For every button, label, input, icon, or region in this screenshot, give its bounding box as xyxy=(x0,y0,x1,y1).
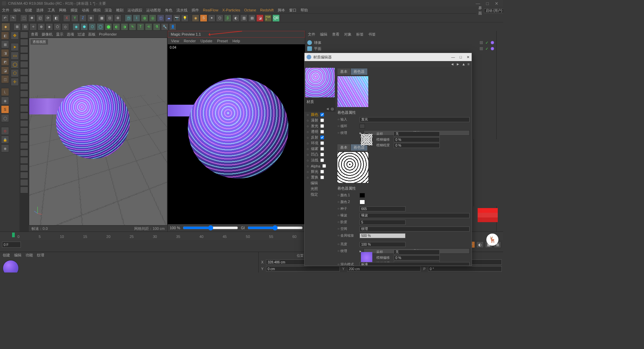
render-region[interactable]: ⊡ xyxy=(106,14,113,22)
menu-edit[interactable]: 编辑 xyxy=(13,8,21,13)
vp-prorender[interactable]: ProRender xyxy=(99,32,117,36)
menu-snap[interactable]: 捕捉 xyxy=(70,8,78,13)
move-icon[interactable]: ✛ xyxy=(11,78,19,86)
vp-display[interactable]: 显示 xyxy=(56,32,63,37)
rect-select-icon[interactable]: ▭ xyxy=(11,52,19,60)
channel-transparency[interactable]: ○透明 xyxy=(305,129,335,135)
psr-button[interactable]: PSR0 xyxy=(264,14,272,22)
channel-displacement[interactable]: ○置换 xyxy=(305,174,335,180)
point-mode[interactable]: ◩ xyxy=(1,58,9,66)
vis-tag[interactable] xyxy=(479,41,483,45)
channel-illum[interactable]: 光照 xyxy=(305,186,335,192)
pal-20[interactable] xyxy=(20,172,28,179)
cursor-tool-icon[interactable]: ➤ xyxy=(11,43,19,51)
model-mode[interactable]: ◧ xyxy=(1,32,9,40)
objtab-object[interactable]: 对象 xyxy=(344,32,352,37)
cube-primitive[interactable]: ◳ xyxy=(125,14,132,22)
qr-button[interactable]: QR xyxy=(272,14,280,22)
menu-plugins[interactable]: 插件 xyxy=(192,8,199,13)
gen2-12[interactable]: 🔧 xyxy=(161,23,168,31)
shader-preview-2[interactable] xyxy=(337,152,368,183)
plugin-2[interactable]: S xyxy=(200,14,207,22)
menu-character[interactable]: 角色 xyxy=(165,8,172,13)
color1-chip[interactable] xyxy=(360,193,365,198)
vp-view[interactable]: 查看 xyxy=(31,32,38,37)
nav-back-icon[interactable]: ◄ xyxy=(450,62,454,66)
layout-field[interactable] xyxy=(484,8,503,13)
channel-luminance[interactable]: ○发光 xyxy=(305,123,335,129)
space-field[interactable] xyxy=(360,227,470,232)
preview-zoom-slider[interactable] xyxy=(183,225,238,231)
pal-9[interactable] xyxy=(20,91,28,97)
menu-octane[interactable]: Octane xyxy=(244,8,256,12)
close-button[interactable]: ✕ xyxy=(495,1,498,6)
sample-2[interactable] xyxy=(394,250,440,255)
undo-button[interactable]: ↶ xyxy=(1,14,9,22)
pal-3[interactable] xyxy=(20,46,28,53)
spline-primitive[interactable]: ⌇ xyxy=(133,14,140,22)
check-icon[interactable]: ✓ xyxy=(485,41,488,45)
noise-type[interactable] xyxy=(360,213,470,218)
pv-preset[interactable]: Preset xyxy=(217,39,228,43)
plugin-5[interactable]: β xyxy=(224,14,231,22)
arrow-icon[interactable]: ◄ xyxy=(326,107,329,111)
tool2-5[interactable]: ◈ xyxy=(46,23,53,31)
pv-update[interactable]: Update xyxy=(201,39,212,43)
global-scale[interactable] xyxy=(360,233,406,238)
menu-animate[interactable]: 动画 xyxy=(82,8,89,13)
gen2-7[interactable]: ◑ xyxy=(121,23,128,31)
bluroff-2[interactable] xyxy=(394,255,440,260)
gen2-3[interactable]: ⬡ xyxy=(89,23,96,31)
channel-color[interactable]: ○颜色 xyxy=(305,112,335,117)
psr-key4[interactable]: ◐ xyxy=(476,241,484,248)
menu-tracker[interactable]: 运动跟踪 xyxy=(127,8,142,13)
channel-environment[interactable]: ○环境 xyxy=(305,140,335,146)
poly-select-icon[interactable]: ⬠ xyxy=(11,69,19,77)
prop-input[interactable] xyxy=(360,117,470,122)
color2-chip[interactable] xyxy=(360,200,365,204)
pal-1[interactable] xyxy=(20,32,28,38)
objtab-bookmarks[interactable]: 书签 xyxy=(368,32,376,37)
pal-17[interactable] xyxy=(20,150,28,156)
snap-mode[interactable]: S xyxy=(1,105,9,113)
channel-edit[interactable]: 编辑 xyxy=(305,180,335,186)
size-y[interactable] xyxy=(347,266,421,271)
menu-tools[interactable]: 工具 xyxy=(48,8,55,13)
make-editable[interactable]: ◆ xyxy=(1,23,10,31)
generator2[interactable]: ◎ xyxy=(149,14,156,22)
vp-camera[interactable]: 摄像机 xyxy=(42,32,53,37)
rotate-tool[interactable]: ⟳ xyxy=(44,14,52,22)
tool2-6[interactable]: ⬠ xyxy=(54,23,61,31)
sample-1[interactable] xyxy=(394,132,440,137)
tool2-1[interactable]: ⊞ xyxy=(13,23,21,31)
blend-mode[interactable] xyxy=(360,262,470,266)
menu-redshift[interactable]: Redshift xyxy=(260,8,274,12)
axis-mode[interactable]: L xyxy=(1,88,9,96)
object-row-plane[interactable]: 平面 ✓ xyxy=(307,46,494,52)
rot-p[interactable] xyxy=(428,266,502,271)
menu-script[interactable]: 脚本 xyxy=(278,8,285,13)
pal-4[interactable] xyxy=(20,54,28,60)
pal-5[interactable] xyxy=(20,61,28,68)
magnet-icon[interactable]: ⊙ xyxy=(1,127,9,135)
material-editor-window[interactable]: 材质编辑器 — □ ✕ ◄ ► ▲ ≡ 材质 ◄ ◎ ○颜色 ○漫射 ○发光 ○… xyxy=(304,53,472,266)
cycle-chip[interactable] xyxy=(360,124,365,129)
gen2-6[interactable]: ◐ xyxy=(113,23,120,31)
move-gizmo[interactable]: ✥ xyxy=(11,32,19,40)
vp-panel[interactable]: 面板 xyxy=(88,32,96,37)
pal-6[interactable] xyxy=(20,68,28,75)
y-axis-lock[interactable]: Y xyxy=(71,14,78,22)
mattab-function[interactable]: 功能 xyxy=(25,253,33,258)
vp-filter[interactable]: 过滤 xyxy=(77,32,85,37)
minimize-button[interactable]: — xyxy=(476,1,480,6)
channel-bump[interactable]: ○凹凸 xyxy=(305,152,335,157)
vis-tag-2[interactable] xyxy=(479,47,483,51)
viewport-3d[interactable]: 透视视图 xyxy=(29,38,167,226)
environment[interactable]: ☁ xyxy=(165,14,172,22)
poly-mode[interactable]: ◫ xyxy=(1,75,9,83)
mat-editor-max[interactable]: □ xyxy=(460,55,462,59)
lasso-icon[interactable]: ◯ xyxy=(11,60,19,68)
pal-18[interactable] xyxy=(20,157,28,164)
nav-menu-icon[interactable]: ≡ xyxy=(468,62,470,66)
tool2-3[interactable]: ✧ xyxy=(30,23,37,31)
